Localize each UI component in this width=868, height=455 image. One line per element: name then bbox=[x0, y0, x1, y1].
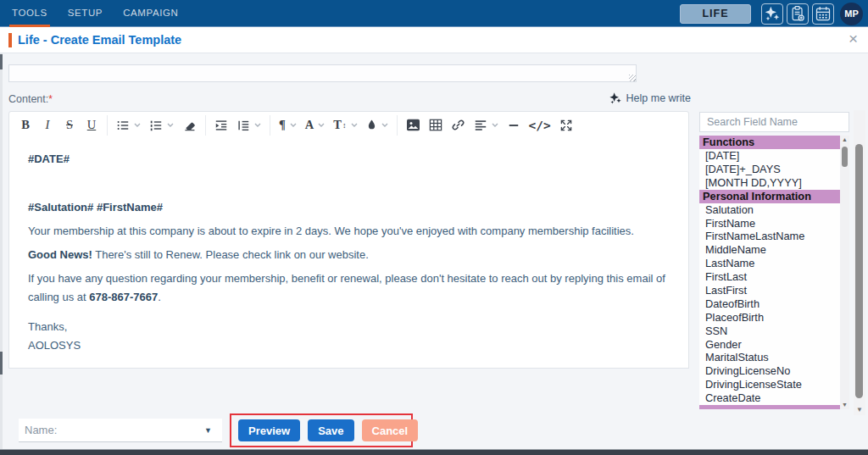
field-item[interactable]: [MONTH DD,YYYY] bbox=[699, 176, 840, 190]
paragraph-good-news: Good News! There's still to Renew. Pleas… bbox=[28, 246, 670, 264]
eraser-button[interactable] bbox=[178, 114, 201, 136]
field-list-scrollbar[interactable]: ▲ ▼ bbox=[840, 136, 849, 409]
scroll-down-icon[interactable]: ▼ bbox=[840, 401, 849, 409]
paragraph-style-button[interactable]: ¶ bbox=[275, 114, 301, 136]
field-item[interactable]: LastName bbox=[699, 257, 840, 270]
left-scrollbar-track[interactable] bbox=[0, 53, 3, 450]
action-buttons-highlight: Preview Save Cancel bbox=[230, 413, 413, 447]
toolbar-separator bbox=[397, 115, 398, 136]
date-token: #DATE# bbox=[28, 150, 670, 169]
app-window: TOOLS SETUP CAMPAIGN LIFE bbox=[0, 0, 868, 455]
template-name-select[interactable]: Name: ▼ bbox=[19, 419, 222, 442]
horizontal-rule-button[interactable] bbox=[503, 114, 525, 136]
salutation-tokens: #Salutation# #FirstName# bbox=[28, 198, 670, 217]
nav-item-tools[interactable]: TOOLS bbox=[2, 0, 58, 27]
paragraph-contact: If you have any question regarding your … bbox=[28, 269, 670, 307]
insert-table-button[interactable] bbox=[425, 114, 447, 136]
field-item[interactable]: CreateDate bbox=[699, 391, 840, 405]
scroll-down-icon[interactable]: ▼ bbox=[854, 406, 865, 413]
underline-button[interactable]: U bbox=[81, 114, 103, 136]
subject-input[interactable] bbox=[8, 64, 637, 82]
dialog-titlebar: Life - Create Email Template × bbox=[0, 27, 868, 53]
save-button[interactable]: Save bbox=[308, 419, 353, 441]
user-avatar[interactable]: MP bbox=[840, 3, 863, 25]
chevron-down-icon bbox=[381, 123, 388, 128]
cancel-button[interactable]: Cancel bbox=[362, 419, 419, 441]
field-item[interactable]: MiddleName bbox=[699, 243, 840, 257]
clipboard-add-icon[interactable] bbox=[787, 3, 809, 25]
bullet-list-button[interactable] bbox=[112, 114, 145, 136]
code-view-button[interactable]: </> bbox=[525, 114, 555, 136]
strikethrough-button[interactable]: S bbox=[58, 114, 81, 136]
left-scrollbar-thumb-top[interactable] bbox=[0, 54, 3, 69]
field-group-header-functions: Functions bbox=[699, 136, 840, 149]
italic-button[interactable]: I bbox=[36, 114, 58, 136]
paragraph-membership: Your membership at this company is about… bbox=[28, 222, 670, 241]
chevron-down-icon: ▼ bbox=[204, 419, 212, 442]
font-color-button[interactable]: A bbox=[301, 114, 329, 136]
preview-button[interactable]: Preview bbox=[238, 419, 300, 441]
field-item[interactable]: SSN bbox=[699, 325, 840, 338]
chevron-down-icon bbox=[318, 123, 325, 128]
sparkles-icon[interactable] bbox=[761, 3, 783, 25]
chevron-down-icon bbox=[290, 123, 297, 128]
field-item[interactable]: [DATE] bbox=[699, 149, 840, 163]
name-select-label: Name: bbox=[25, 419, 57, 442]
calendar-icon[interactable] bbox=[812, 3, 834, 25]
life-button[interactable]: LIFE bbox=[680, 4, 751, 24]
highlight-color-button[interactable] bbox=[362, 114, 392, 136]
field-item[interactable]: DrivingLicenseNo bbox=[699, 364, 840, 378]
email-content-editor[interactable]: #DATE# #Salutation# #FirstName# Your mem… bbox=[8, 138, 689, 369]
scroll-up-icon[interactable]: ▲ bbox=[840, 136, 849, 144]
required-asterisk: * bbox=[48, 93, 53, 105]
field-item[interactable]: DrivingLicenseState bbox=[699, 378, 840, 391]
sparkles-icon bbox=[609, 92, 622, 105]
fullscreen-button[interactable] bbox=[555, 114, 577, 136]
nav-item-campaign[interactable]: CAMPAIGN bbox=[113, 0, 188, 27]
field-item[interactable]: DateofBirth bbox=[699, 297, 840, 311]
field-item[interactable]: FirstName bbox=[699, 217, 840, 230]
content-label-row: Content:* Help me write bbox=[8, 92, 691, 108]
closing-line: Thanks, bbox=[28, 318, 670, 336]
chevron-down-icon bbox=[254, 123, 261, 128]
insert-link-button[interactable] bbox=[447, 114, 470, 136]
field-list: Functions [DATE] [DATE]+_DAYS [MONTH DD,… bbox=[699, 136, 849, 409]
chevron-down-icon bbox=[351, 123, 358, 128]
window-bottom-bar bbox=[0, 449, 868, 455]
field-item[interactable]: MaritalStatus bbox=[699, 351, 840, 364]
field-item[interactable]: LastFirst bbox=[699, 284, 840, 297]
left-scrollbar-thumb[interactable] bbox=[0, 352, 3, 375]
field-list-scrollbar-thumb[interactable] bbox=[842, 147, 848, 167]
chevron-down-icon bbox=[167, 123, 174, 128]
field-item[interactable]: [DATE]+_DAYS bbox=[699, 163, 840, 176]
chevron-down-icon bbox=[134, 123, 141, 128]
page-scrollbar-thumb[interactable] bbox=[855, 144, 863, 398]
close-icon[interactable]: × bbox=[849, 30, 858, 48]
toolbar-separator bbox=[205, 115, 206, 136]
field-item[interactable]: FirstLast bbox=[699, 270, 840, 284]
insert-image-button[interactable] bbox=[402, 114, 425, 136]
help-me-write-button[interactable]: Help me write bbox=[609, 92, 691, 105]
search-field-input[interactable] bbox=[699, 112, 849, 132]
bold-button[interactable]: B bbox=[14, 114, 36, 136]
field-item[interactable]: Gender bbox=[699, 338, 840, 352]
numbered-list-button[interactable] bbox=[145, 114, 178, 136]
content-label: Content:* bbox=[8, 93, 53, 105]
font-size-button[interactable]: T↕ bbox=[329, 114, 361, 136]
line-height-button[interactable] bbox=[232, 114, 265, 136]
page-scrollbar[interactable]: ▼ bbox=[854, 110, 865, 415]
field-group-header-personal: Personal Information bbox=[699, 190, 840, 203]
droplet-icon bbox=[366, 119, 377, 131]
field-item[interactable]: PlaceofBirth bbox=[699, 311, 840, 325]
field-name-sidebar: Functions [DATE] [DATE]+_DAYS [MONTH DD,… bbox=[699, 112, 849, 132]
toolbar-separator bbox=[107, 115, 108, 136]
field-group-header-partial bbox=[699, 405, 840, 409]
main-menu: TOOLS SETUP CAMPAIGN bbox=[2, 0, 188, 27]
navbar-actions: LIFE bbox=[680, 0, 863, 27]
indent-button[interactable] bbox=[210, 114, 232, 136]
top-navbar: TOOLS SETUP CAMPAIGN LIFE bbox=[0, 0, 868, 27]
field-item[interactable]: FirstNameLastName bbox=[699, 230, 840, 243]
field-item[interactable]: Salutation bbox=[699, 203, 840, 217]
nav-item-setup[interactable]: SETUP bbox=[58, 0, 113, 27]
align-button[interactable] bbox=[470, 114, 503, 136]
